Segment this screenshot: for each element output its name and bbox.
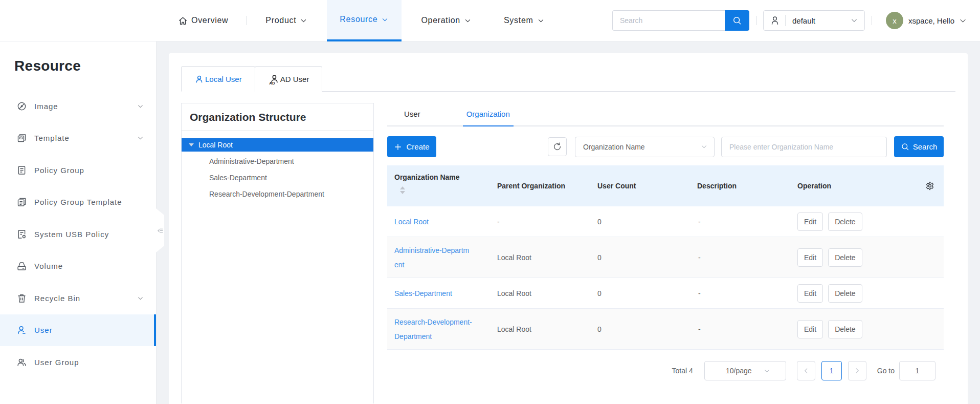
create-button[interactable]: Create [387, 136, 436, 157]
delete-button[interactable]: Delete [828, 248, 862, 267]
sidebar-collapse-handle[interactable] [156, 208, 164, 252]
delete-button[interactable]: Delete [828, 320, 862, 338]
table-row: Sales-Department Local Root 0 - Edit Del… [387, 278, 944, 309]
cell-parent-organization: Local Root [487, 250, 587, 265]
policy-group-template-icon [16, 197, 27, 207]
tree-node-sales-department[interactable]: Sales-Department [182, 171, 373, 184]
delete-button[interactable]: Delete [828, 284, 862, 303]
page-size-value: 10/page [726, 367, 752, 375]
organization-table: Organization Name Parent Organization Us… [387, 165, 944, 350]
cell-parent-organization: Local Root [487, 322, 587, 336]
tenant-selector[interactable]: default [763, 10, 865, 31]
sidebar-item-policy-group[interactable]: Policy Group [0, 154, 156, 186]
sidebar-item-template[interactable]: Template [0, 122, 156, 155]
nav-divider [247, 16, 247, 25]
goto-label: Go to [877, 367, 895, 375]
search-button[interactable]: Search [894, 136, 944, 157]
page-size-select[interactable]: 10/page [704, 361, 786, 380]
chevron-down-icon [850, 16, 858, 25]
column-settings[interactable] [916, 165, 944, 206]
sidebar-item-user[interactable]: User [0, 314, 156, 347]
tree-node-label: Sales-Department [209, 174, 267, 182]
ad-person-icon: AD [268, 74, 279, 85]
cell-description: - [687, 250, 787, 265]
global-search-input[interactable] [612, 10, 725, 31]
nav-item-operation[interactable]: Operation [421, 0, 472, 41]
chevron-down-icon [959, 16, 967, 25]
cell-user-count: 0 [587, 286, 687, 301]
tab-label: User [404, 110, 420, 118]
cell-user-count: 0 [587, 215, 687, 229]
filter-field-select[interactable]: Organization Name [575, 137, 715, 157]
organization-link[interactable]: Administrative-Department [394, 246, 469, 269]
chevron-down-icon [763, 367, 771, 375]
tree-node-administrative-department[interactable]: Administrative-Department [182, 155, 373, 168]
table-row: Research-Development-Department Local Ro… [387, 309, 944, 350]
topbar-divider [872, 16, 872, 25]
tree-node-research-development-department[interactable]: Research-Development-Department [182, 187, 373, 201]
caret-down-icon[interactable] [189, 143, 194, 146]
tab-user[interactable]: User [400, 103, 424, 125]
column-title: Description [697, 182, 737, 190]
tab-ad-user[interactable]: AD AD User [255, 66, 323, 92]
organization-name-input[interactable] [721, 137, 887, 157]
sort-caret-icon[interactable] [400, 186, 405, 194]
cell-user-count: 0 [587, 250, 687, 265]
edit-button[interactable]: Edit [797, 320, 823, 338]
tab-local-user[interactable]: Local User [181, 66, 255, 92]
edit-button[interactable]: Edit [797, 248, 823, 267]
tab-organization[interactable]: Organization [463, 103, 514, 125]
search-label: Search [913, 142, 938, 151]
user-icon [16, 325, 27, 335]
create-label: Create [406, 142, 429, 151]
sidebar-item-user-group[interactable]: User Group [0, 346, 156, 378]
previous-page-button[interactable] [797, 361, 815, 380]
sidebar-item-label: Template [34, 134, 137, 142]
refresh-button[interactable] [548, 137, 567, 156]
nav-item-system[interactable]: System [504, 0, 545, 41]
chevron-down-icon [464, 17, 472, 25]
delete-button[interactable]: Delete [828, 212, 862, 231]
organization-link[interactable]: Local Root [394, 218, 429, 226]
sidebar-menu: Image Template Policy Group [0, 90, 156, 378]
table-row: Local Root - 0 - Edit Delete [387, 206, 944, 237]
organization-link[interactable]: Research-Development-Department [394, 318, 472, 341]
sidebar-item-system-usb-policy[interactable]: System USB Policy [0, 218, 156, 250]
cell-parent-organization: - [487, 215, 587, 229]
filter-field-value: Organization Name [583, 143, 700, 151]
sidebar-item-label: User [34, 326, 144, 334]
sidebar-item-policy-group-template[interactable]: Policy Group Template [0, 186, 156, 219]
page-number-1[interactable]: 1 [821, 361, 842, 380]
organization-link[interactable]: Sales-Department [394, 289, 452, 297]
nav-item-resource[interactable]: Resource [327, 0, 402, 41]
nav-label: System [504, 16, 533, 25]
tree-node-label: Research-Development-Department [209, 190, 324, 198]
nav-item-product[interactable]: Product [265, 0, 307, 41]
user-org-tabs: User Organization [387, 103, 944, 126]
next-page-button[interactable] [848, 361, 866, 380]
nav-label: Overview [191, 16, 228, 25]
sidebar-item-label: Volume [34, 262, 144, 270]
main-nav: Overview Product Resource Operation Syst… [178, 0, 545, 41]
user-name: xspace, Hello [908, 16, 954, 25]
column-header-organization-name[interactable]: Organization Name [387, 165, 487, 206]
goto-page-input[interactable] [899, 361, 936, 380]
global-search-button[interactable] [725, 10, 749, 31]
page-layout: Resource Image Template [0, 41, 980, 404]
sidebar-item-image[interactable]: Image [0, 90, 156, 122]
nav-label: Operation [421, 16, 460, 25]
refresh-icon [552, 142, 562, 152]
edit-button[interactable]: Edit [797, 212, 823, 231]
nav-item-overview[interactable]: Overview [178, 0, 228, 41]
cell-organization-name: Research-Development-Department [387, 315, 487, 344]
svg-text:AD: AD [269, 80, 275, 84]
sidebar-item-recycle-bin[interactable]: Recycle Bin [0, 282, 156, 314]
sidebar-item-volume[interactable]: Volume [0, 250, 156, 283]
sidebar-item-label: Image [34, 102, 137, 111]
home-icon [178, 16, 188, 26]
column-title: Parent Organization [497, 182, 565, 190]
user-menu[interactable]: x xspace, Hello [886, 12, 967, 29]
chevron-down-icon [137, 103, 144, 110]
tree-node-local-root[interactable]: Local Root [182, 138, 373, 152]
edit-button[interactable]: Edit [797, 284, 823, 303]
